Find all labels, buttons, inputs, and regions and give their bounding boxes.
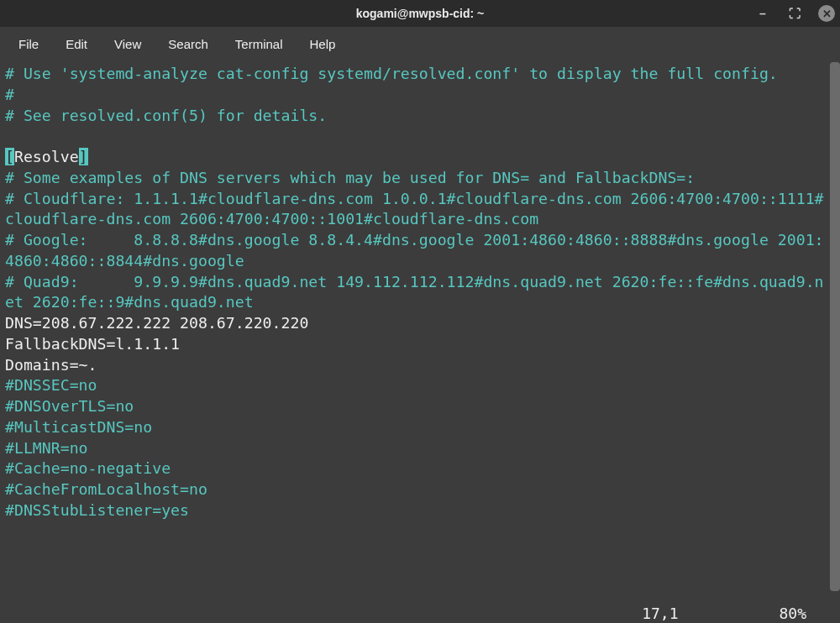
titlebar: kogami@mwpsb-cid: ~ – ⛶ ✕: [0, 0, 840, 27]
config-comment-line: #LLMNR=no: [5, 439, 88, 457]
config-comment-line: #DNSSEC=no: [5, 376, 97, 394]
close-button[interactable]: ✕: [818, 5, 835, 22]
menu-edit[interactable]: Edit: [54, 32, 99, 56]
config-comment-line: #DNSStubListener=yes: [5, 501, 189, 519]
config-comment-line: # Some examples of DNS servers which may…: [5, 169, 695, 186]
config-comment-line: # Quad9: 9.9.9.9#dns.quad9.net 149.112.1…: [5, 273, 824, 312]
config-comment-line: #CacheFromLocalhost=no: [5, 480, 207, 498]
config-comment-line: # Use 'systemd-analyze cat-config system…: [5, 65, 778, 82]
terminal-area: # Use 'systemd-analyze cat-config system…: [0, 60, 840, 623]
config-line: FallbackDNS=l.1.1.1: [5, 335, 180, 353]
config-line: Domains=~.: [5, 356, 97, 374]
config-comment-line: #MulticastDNS=no: [5, 418, 152, 436]
window-title: kogami@mwpsb-cid: ~: [356, 7, 485, 20]
scroll-thumb[interactable]: [830, 62, 840, 591]
menubar: File Edit View Search Terminal Help: [0, 27, 840, 60]
terminal-output[interactable]: # Use 'systemd-analyze cat-config system…: [0, 60, 830, 623]
config-comment-line: #Cache=no-negative: [5, 459, 171, 477]
scroll-percent: 80%: [779, 605, 806, 622]
config-line: DNS=208.67.222.222 208.67.220.220: [5, 314, 308, 332]
vim-statusbar: 17,1 80%: [0, 603, 830, 623]
scrollbar[interactable]: [830, 60, 840, 623]
config-comment-line: #: [5, 86, 14, 103]
cursor-position: 17,1: [642, 605, 678, 622]
maximize-button[interactable]: ⛶: [786, 5, 803, 22]
menu-help[interactable]: Help: [298, 32, 348, 56]
minimize-button[interactable]: –: [754, 5, 771, 22]
config-comment-line: # Google: 8.8.8.8#dns.google 8.8.4.4#dns…: [5, 231, 824, 270]
config-section-header: [Resolve]: [5, 148, 88, 165]
menu-search[interactable]: Search: [156, 32, 220, 56]
menu-terminal[interactable]: Terminal: [223, 32, 295, 56]
config-comment-line: # Cloudflare: 1.1.1.1#cloudflare-dns.com…: [5, 190, 824, 228]
menu-file[interactable]: File: [7, 32, 50, 56]
config-comment-line: # See resolved.conf(5) for details.: [5, 107, 327, 124]
config-comment-line: #DNSOverTLS=no: [5, 397, 134, 415]
window-controls: – ⛶ ✕: [754, 0, 835, 27]
menu-view[interactable]: View: [102, 32, 153, 56]
